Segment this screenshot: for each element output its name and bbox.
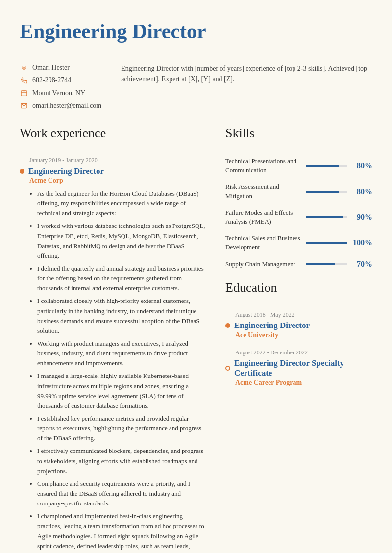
work-entry-title-row: Engineering Director — [20, 166, 206, 176]
work-bullet-item: I collaborated closely with high-priorit… — [37, 296, 206, 336]
contact-email-row: omari.hester@email.com — [20, 101, 101, 110]
work-bullet-dot — [20, 169, 24, 174]
edu-date: August 2022 - December 2022 — [235, 349, 372, 356]
skills-title: Skills — [225, 126, 372, 141]
edu-title-row: Engineering Director Specialty Certifica… — [225, 358, 372, 378]
edu-institution: Ace University — [235, 331, 372, 339]
skill-row: Failure Modes and Effects Analysis (FMEA… — [225, 208, 372, 226]
skill-row: Risk Assessment and Mitigation 80% — [225, 182, 372, 200]
skills-container: Technical Presentations and Communicatio… — [225, 157, 372, 269]
work-bullet-item: I managed a large-scale, highly availabl… — [37, 371, 206, 411]
skill-row: Technical Presentations and Communicatio… — [225, 157, 372, 175]
skill-bar-fill — [306, 191, 339, 193]
skill-name: Failure Modes and Effects Analysis (FMEA… — [225, 208, 301, 226]
skill-bar — [306, 165, 347, 167]
skills-divider — [225, 149, 372, 149]
email-icon — [20, 101, 28, 110]
edu-date: August 2018 - May 2022 — [235, 311, 372, 319]
contact-email: omari.hester@email.com — [32, 102, 101, 110]
education-divider — [225, 303, 372, 303]
skill-row: Technical Sales and Business Development… — [225, 234, 372, 251]
contact-location: Mount Vernon, NY — [32, 89, 85, 97]
skill-bar-fill — [306, 242, 347, 244]
page-title: Engineering Director — [20, 20, 372, 43]
work-entry-title: Engineering Director — [28, 166, 104, 176]
skill-row: Supply Chain Management 70% — [225, 260, 372, 269]
work-bullet-list: As the lead engineer for the Horizon Clo… — [29, 189, 206, 553]
edu-entry: August 2022 - December 2022 Engineering … — [225, 349, 372, 387]
right-column: Skills Technical Presentations and Commu… — [225, 126, 372, 553]
main-content: Work experience January 2019 - January 2… — [20, 126, 372, 553]
work-divider — [20, 149, 206, 149]
skill-name: Supply Chain Management — [225, 260, 301, 269]
svg-rect-0 — [21, 91, 27, 96]
work-entry-date: January 2019 - January 2020 — [29, 157, 206, 164]
edu-institution: Acme Career Program — [235, 379, 372, 387]
contact-phone-row: 602-298-2744 — [20, 76, 101, 85]
skill-percent: 90% — [352, 213, 372, 222]
work-experience-column: Work experience January 2019 - January 2… — [20, 126, 206, 553]
skill-bar — [306, 263, 347, 265]
work-bullet-item: As the lead engineer for the Horizon Clo… — [37, 189, 206, 218]
skill-bar — [306, 242, 347, 244]
skill-name: Technical Presentations and Communicatio… — [225, 157, 301, 175]
edu-title: Engineering Director Specialty Certifica… — [234, 358, 372, 378]
contact-name-row: ☺ Omari Hester — [20, 63, 101, 72]
contact-name: Omari Hester — [32, 64, 70, 72]
edu-title-row: Engineering Director — [225, 321, 372, 330]
contact-phone: 602-298-2744 — [32, 76, 71, 84]
skill-percent: 80% — [352, 187, 372, 196]
contact-info: ☺ Omari Hester 602-298-2744 Mount Vernon… — [20, 63, 101, 110]
skill-name: Technical Sales and Business Development — [225, 234, 301, 251]
edu-title: Engineering Director — [234, 321, 310, 330]
skill-percent: 100% — [352, 238, 372, 247]
work-bullet-item: I effectively communicated blockers, dep… — [37, 446, 206, 476]
work-bullet-item: Working with product managers and execut… — [37, 339, 206, 368]
phone-icon — [20, 76, 28, 85]
work-entry-company: Acme Corp — [29, 177, 206, 185]
skill-name: Risk Assessment and Mitigation — [225, 182, 301, 200]
work-bullet-item: I established key performance metrics an… — [37, 414, 206, 443]
skill-percent: 70% — [352, 260, 372, 269]
contact-summary-section: ☺ Omari Hester 602-298-2744 Mount Vernon… — [20, 63, 372, 110]
work-bullet-item: Compliance and security requirements wer… — [37, 479, 206, 508]
edu-entry: August 2018 - May 2022 Engineering Direc… — [225, 311, 372, 339]
title-divider — [20, 51, 372, 51]
work-bullet-item: I worked with various database technolog… — [37, 221, 206, 261]
skill-percent: 80% — [352, 161, 372, 170]
skill-bar-fill — [306, 165, 339, 167]
work-bullet-item: I championed and implemented best-in-cla… — [37, 511, 206, 553]
work-entry: January 2019 - January 2020 Engineering … — [20, 157, 206, 553]
skill-bar — [306, 216, 347, 218]
contact-location-row: Mount Vernon, NY — [20, 89, 101, 98]
edu-dot — [225, 366, 230, 371]
education-container: August 2018 - May 2022 Engineering Direc… — [225, 311, 372, 387]
summary-text: Engineering Director with [number of yea… — [121, 63, 372, 110]
edu-dot — [225, 323, 230, 328]
skill-bar-fill — [306, 216, 343, 218]
person-icon: ☺ — [20, 63, 28, 72]
work-bullet-item: I defined the quarterly and annual strat… — [37, 264, 206, 293]
work-experience-title: Work experience — [20, 126, 206, 141]
skill-bar — [306, 191, 347, 193]
skill-bar-fill — [306, 263, 335, 265]
education-title: Education — [225, 280, 372, 295]
location-icon — [20, 89, 28, 98]
